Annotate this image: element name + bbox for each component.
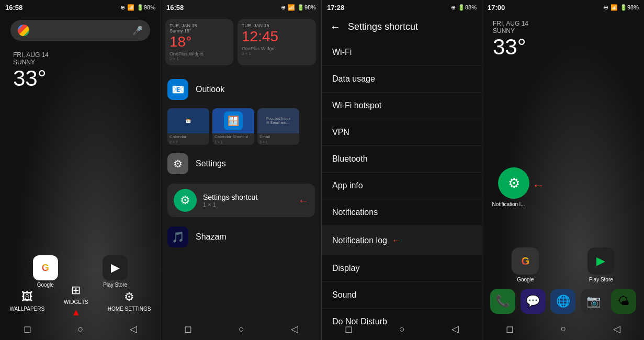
notification-shortcut-label: Notification l... [491, 201, 526, 207]
settings-shortcut-card[interactable]: ⚙ Settings shortcut 1 × 1 ← [167, 184, 315, 217]
shazam-icon: 🎵 [167, 226, 188, 247]
shortcut-red-arrow: ← [298, 195, 309, 207]
mic-icon[interactable]: 🎤 [132, 26, 143, 36]
settings-shortcut-icon: ⚙ [174, 189, 197, 212]
home-settings-icon: ⚙ [124, 290, 134, 304]
app-item-settings[interactable]: ⚙ Settings [161, 148, 321, 179]
google-logo [18, 25, 29, 36]
panel-widget-picker: 16:58 ⊕ 📶 🔋98% TUE, JAN 15 Sunny 18° 18°… [161, 0, 321, 340]
widget-thumbnails: 📅 Calendar 2 × 2 🪟 Calendar Shortcut 1 ×… [161, 105, 321, 148]
google-icon: G [33, 255, 58, 280]
status-time-p3: 17:28 [327, 4, 344, 12]
wallpapers-action[interactable]: 🖼 WALLPAPERS [9, 290, 44, 312]
p4-apps-row: G Google ▶ Play Store [482, 247, 644, 282]
date-widget: FRI, AUG 14 SUNNY 33° [0, 46, 161, 96]
nav-recents-p4[interactable]: ◁ [613, 323, 620, 335]
widget-oneplus-1[interactable]: TUE, JAN 15 Sunny 18° 18° OnePlus Widget… [165, 19, 233, 65]
widgets-arrow: ▲ [72, 307, 81, 318]
status-bar-p2: 16:58 ⊕ 📶 🔋98% [161, 0, 321, 15]
p4-weather-label: SUNNY [493, 27, 634, 35]
p4-app-google[interactable]: G Google [512, 247, 539, 282]
settings-row-wifi[interactable]: Wi-Fi [322, 39, 482, 66]
widget-oneplus-2[interactable]: TUE, JAN 15 12:45 OnePlus Widget 3 × 1 [238, 19, 316, 65]
p4-camera-icon[interactable]: 📷 [581, 289, 606, 314]
notif-log-red-arrow: ← [391, 234, 402, 246]
widget2-date: TUE, JAN 15 [242, 23, 312, 28]
nav-home-p1[interactable]: ○ [78, 324, 84, 335]
p4-phone-icon[interactable]: 📞 [490, 289, 515, 314]
settings-row-vpn[interactable]: VPN [322, 119, 482, 146]
status-icons-p4: ⊕ 📶 🔋98% [604, 4, 639, 11]
nav-home-p4[interactable]: ○ [561, 323, 567, 335]
playstore-icon: ▶ [103, 255, 128, 280]
settings-row-wifi-hotspot[interactable]: Wi-Fi hotspot [322, 93, 482, 119]
nav-home-p3[interactable]: ○ [399, 324, 405, 335]
p4-bottom-dock: 📞 💬 🌐 📷 🌤 [482, 289, 644, 314]
notification-log-row: Notification log ← [332, 234, 402, 246]
nav-recents-p3[interactable]: ◁ [451, 323, 459, 335]
settings-header: ← Settings shortcut [322, 15, 482, 39]
back-arrow-icon[interactable]: ← [330, 21, 341, 33]
notification-shortcut-icon[interactable]: ⚙ [498, 167, 529, 199]
settings-row-notification-log[interactable]: Notification log ← [322, 226, 482, 255]
p4-weather-icon[interactable]: 🌤 [611, 289, 636, 314]
settings-row-app-info[interactable]: App info [322, 173, 482, 199]
nav-back-p1[interactable]: ◻ [24, 323, 31, 335]
settings-title: Settings shortcut [348, 21, 418, 32]
settings-row-bluetooth[interactable]: Bluetooth [322, 146, 482, 173]
widget1-date: TUE, JAN 15 [170, 23, 229, 28]
settings-label: Settings [196, 159, 226, 168]
nav-home-p2[interactable]: ○ [239, 324, 244, 335]
settings-row-sound[interactable]: Sound [322, 282, 482, 309]
p4-google-icon: G [512, 247, 539, 275]
app-item-shazam[interactable]: 🎵 Shazam [161, 221, 321, 253]
nav-bar-p1: ◻ ○ ◁ [0, 320, 161, 340]
panel-homescreen: 16:58 ⊕ 📶 🔋98% 🎤 FRI, AUG 14 SUNNY 33° G… [0, 0, 161, 340]
p4-date-label: FRI, AUG 14 [493, 20, 634, 27]
nav-back-p3[interactable]: ◻ [345, 323, 353, 335]
p4-playstore-icon: ▶ [587, 247, 615, 275]
outlook-label: Outlook [196, 85, 224, 94]
widget1-temp: 18° [170, 33, 229, 50]
status-bar-p1: 16:58 ⊕ 📶 🔋98% [0, 0, 161, 15]
widget2-time: 12:45 [242, 28, 312, 45]
widgets-icon: ⊞ [71, 284, 81, 297]
weather-label: SUNNY [13, 59, 148, 66]
app-item-outlook[interactable]: 📧 Outlook [161, 74, 321, 105]
thumb-calendar[interactable]: 📅 Calendar 2 × 2 [167, 108, 209, 145]
nav-bar-p3: ◻ ○ ◁ [322, 320, 482, 340]
nav-back-p4[interactable]: ◻ [506, 323, 514, 335]
settings-row-display[interactable]: Display [322, 255, 482, 282]
notification-red-arrow: ← [532, 178, 545, 192]
status-bar-p4: 17:00 ⊕ 📶 🔋98% [482, 0, 644, 15]
status-time-p4: 17:00 [488, 4, 505, 12]
nav-back-p2[interactable]: ◻ [184, 323, 192, 335]
outlook-icon: 📧 [167, 79, 188, 100]
nav-recents-p1[interactable]: ◁ [130, 323, 137, 335]
settings-row-data-usage[interactable]: Data usage [322, 66, 482, 93]
home-actions: 🖼 WALLPAPERS ⊞ WIDGETS ▲ ⚙ HOME SETTINGS [0, 279, 161, 320]
settings-icon-p2: ⚙ [167, 153, 188, 174]
nav-bar-p4: ◻ ○ ◁ [482, 320, 644, 340]
temperature: 33° [13, 66, 148, 91]
thumb-cal-shortcut[interactable]: 🪟 Calendar Shortcut 1 × 1 [212, 108, 254, 145]
p4-app-playstore[interactable]: ▶ Play Store [587, 247, 615, 282]
p4-chat-icon[interactable]: 💬 [521, 289, 546, 314]
search-bar[interactable]: 🎤 [10, 20, 150, 41]
thumb-calendar-img: 📅 [167, 108, 209, 133]
panel-settings-shortcut: 17:28 ⊕ 🔋88% ← Settings shortcut Wi-Fi D… [321, 0, 482, 340]
widgets-action[interactable]: ⊞ WIDGETS ▲ [64, 284, 88, 318]
bottom-nav-p1: 🖼 WALLPAPERS ⊞ WIDGETS ▲ ⚙ HOME SETTINGS… [0, 279, 161, 340]
thumb-email[interactable]: Focused Inbox✉ Email text... Email 3 × 1 [257, 108, 299, 145]
p4-chrome-icon[interactable]: 🌐 [550, 289, 575, 314]
status-time-p2: 16:58 [166, 4, 184, 12]
settings-list: Wi-Fi Data usage Wi-Fi hotspot VPN Bluet… [322, 39, 482, 332]
nav-recents-p2[interactable]: ◁ [291, 323, 298, 335]
widget-row-top: TUE, JAN 15 Sunny 18° 18° OnePlus Widget… [165, 19, 317, 65]
status-icons-p3: ⊕ 🔋88% [451, 4, 477, 11]
panel-home-notification: 17:00 ⊕ 📶 🔋98% FRI, AUG 14 SUNNY 33° ⚙ ←… [482, 0, 644, 340]
status-icons-p2: ⊕ 📶 🔋98% [281, 4, 316, 11]
settings-row-notifications[interactable]: Notifications [322, 199, 482, 226]
p4-date: FRI, AUG 14 SUNNY 33° [482, 15, 644, 65]
home-settings-action[interactable]: ⚙ HOME SETTINGS [108, 290, 151, 312]
